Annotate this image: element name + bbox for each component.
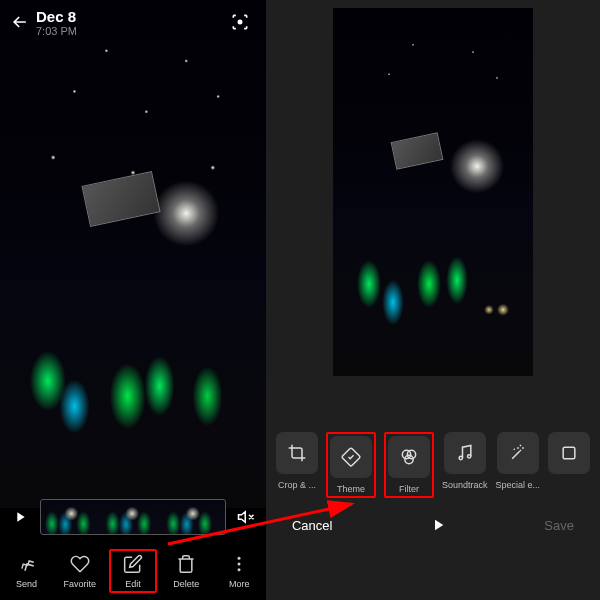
more-icon [229,553,249,575]
favorite-button[interactable]: Favorite [56,553,104,589]
preview-play-button[interactable] [429,516,447,534]
filter-label: Filter [399,484,419,494]
photo-viewer-screen: Dec 8 7:03 PM Send [0,0,266,600]
svg-point-1 [238,557,241,560]
soundtrack-tool[interactable]: Soundtrack [442,432,488,498]
crop-icon [276,432,318,474]
wand-icon [497,432,539,474]
action-bar: Send Favorite Edit Delete [0,542,266,600]
filter-tool[interactable]: Filter [388,436,430,494]
music-icon [444,432,486,474]
edit-label: Edit [125,579,141,589]
photo-content[interactable] [0,0,266,508]
save-button[interactable]: Save [544,518,574,533]
favorite-label: Favorite [64,579,97,589]
capture-button[interactable] [224,6,256,38]
viewer-header: Dec 8 7:03 PM [0,0,266,44]
theme-label: Theme [337,484,365,494]
mirror-object [82,171,161,227]
send-button[interactable]: Send [3,553,51,589]
editor-preview[interactable] [333,8,533,376]
svg-point-2 [238,563,241,566]
more-label: More [229,579,250,589]
header-info: Dec 8 7:03 PM [36,8,224,37]
timeline-scrubber[interactable] [40,499,226,535]
photo-date: Dec 8 [36,8,224,25]
mirror-object [391,132,444,169]
filter-icon [388,436,430,478]
svg-point-3 [238,568,241,571]
play-button[interactable] [8,505,32,529]
editor-footer: Cancel Save [266,498,600,548]
photo-time: 7:03 PM [36,25,224,37]
theme-icon [330,436,372,478]
svg-point-7 [405,455,413,463]
video-editor-screen: Crop & ... Theme Filter [266,0,600,600]
svg-rect-10 [563,447,575,459]
crop-label: Crop & ... [278,480,316,490]
delete-label: Delete [173,579,199,589]
svg-point-0 [238,20,241,23]
editor-toolbar: Crop & ... Theme Filter [266,432,600,498]
theme-highlight-box: Theme [326,432,376,498]
crop-tool[interactable]: Crop & ... [276,432,318,498]
special-label: Special e... [495,480,540,490]
filter-highlight-box: Filter [384,432,434,498]
send-icon [17,553,37,575]
edit-icon [123,553,143,575]
more-tools[interactable] [548,432,590,498]
soundtrack-label: Soundtrack [442,480,488,490]
cancel-button[interactable]: Cancel [292,518,332,533]
extra-icon [548,432,590,474]
svg-point-6 [407,450,415,458]
heart-icon [70,553,90,575]
theme-tool[interactable]: Theme [330,436,372,494]
back-button[interactable] [4,6,36,38]
svg-point-8 [459,456,462,459]
more-button[interactable]: More [215,553,263,589]
send-label: Send [16,579,37,589]
delete-button[interactable]: Delete [162,553,210,589]
mute-button[interactable] [234,505,258,529]
special-effects-tool[interactable]: Special e... [495,432,540,498]
video-timeline [0,492,266,542]
edit-button[interactable]: Edit [109,549,157,593]
trash-icon [176,553,196,575]
svg-point-9 [467,455,470,458]
